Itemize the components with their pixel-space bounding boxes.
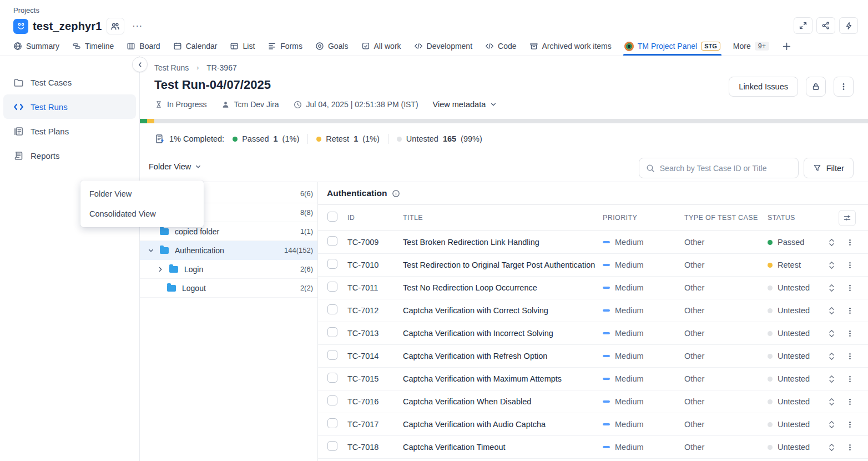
tab-calendar[interactable]: Calendar [173,37,218,56]
project-more-button[interactable]: ··· [129,18,147,34]
test-case-row[interactable]: TC-7017 Captcha Verification with Audio … [318,413,868,436]
sidebar-collapse-button[interactable] [132,57,148,72]
test-case-row[interactable]: TC-7016 Captcha Verification When Disabl… [318,390,868,413]
tab-forms[interactable]: Forms [268,37,302,56]
status-stepper[interactable] [826,307,837,315]
status-stepper[interactable] [826,261,837,269]
run-header-actions: Linked Issues [729,77,854,97]
tab-board[interactable]: Board [127,37,160,56]
test-case-row[interactable]: TC-7014 Captcha Verification with Refres… [318,345,868,368]
test-case-row[interactable]: TC-7013 Captcha Verification with Incorr… [318,322,868,345]
folder-tree-row-authentication[interactable]: Authentication 144(152) [140,241,317,260]
row-menu-button[interactable] [844,261,856,269]
expand-icon[interactable] [794,17,813,34]
folder-tree-row-login[interactable]: Login 2(6) [140,260,317,279]
row-checkbox[interactable] [327,282,337,292]
tab-summary[interactable]: Summary [13,37,59,56]
status-stepper[interactable] [826,352,837,360]
test-case-title[interactable]: Captcha Verification with Refresh Option [403,352,603,360]
row-checkbox[interactable] [327,441,337,451]
breadcrumb-test-runs[interactable]: Test Runs [154,63,189,72]
row-checkbox[interactable] [327,395,337,405]
test-case-row[interactable]: TC-7015 Captcha Verification with Maximu… [318,368,868,390]
sidebar-item-test-runs[interactable]: Test Runs [3,94,136,119]
linked-issues-button[interactable]: Linked Issues [729,77,798,97]
test-case-title[interactable]: Captcha Verification Timeout [403,443,603,452]
view-selector-dropdown[interactable]: Folder View [149,162,201,171]
row-checkbox[interactable] [327,304,337,314]
tab-timeline[interactable]: Timeline [72,37,114,56]
info-icon[interactable] [392,189,400,198]
row-checkbox[interactable] [327,350,337,360]
row-menu-button[interactable] [844,398,856,406]
row-menu-button[interactable] [844,420,856,429]
tab-all-work[interactable]: All work [361,37,401,56]
share-icon[interactable] [816,17,835,34]
test-case-row[interactable]: TC-7012 Captcha Verification with Correc… [318,299,868,322]
row-checkbox[interactable] [327,259,337,269]
sidebar-item-test-cases[interactable]: Test Cases [3,70,136,94]
test-case-row[interactable]: TC-7010 Test Redirection to Original Tar… [318,254,868,277]
sidebar-item-label: Test Cases [31,78,72,87]
lock-icon[interactable] [806,77,826,97]
search-input[interactable] [660,164,791,173]
menu-item-consolidated-view[interactable]: Consolidated View [80,204,204,224]
retest-dot-icon [316,137,321,142]
chevron-right-icon[interactable] [156,266,165,273]
tab-code[interactable]: Code [485,37,516,56]
tab-development[interactable]: Development [414,37,473,56]
view-metadata-button[interactable]: View metadata [433,100,497,109]
tab-tm-project-panel[interactable]: TM Project Panel STG [624,37,720,56]
project-members-button[interactable] [107,18,124,34]
automation-bolt-icon[interactable] [839,17,858,34]
row-menu-button[interactable] [844,375,856,383]
tab-archived-work-items[interactable]: Archived work items [529,37,612,56]
row-menu-button[interactable] [844,329,856,338]
chevron-down-icon[interactable] [147,247,155,254]
test-case-title[interactable]: Test Redirection to Original Target Post… [403,260,603,269]
tab-more[interactable]: More 9+ [733,37,769,56]
row-checkbox[interactable] [327,373,337,383]
status-stepper[interactable] [826,329,837,338]
row-menu-button[interactable] [844,307,856,315]
sidebar-item-reports[interactable]: Reports [3,143,136,168]
sidebar-item-test-plans[interactable]: Test Plans [3,119,136,143]
test-case-title[interactable]: Test Broken Redirection Link Handling [403,238,603,247]
test-case-title[interactable]: Captcha Verification with Audio Captcha [403,420,603,429]
test-case-title[interactable]: Captcha Verification When Disabled [403,397,603,406]
row-checkbox[interactable] [327,236,337,246]
test-case-row[interactable]: TC-7009 Test Broken Redirection Link Han… [318,231,868,254]
row-menu-button[interactable] [844,443,856,452]
test-case-row[interactable]: TC-7018 Captcha Verification Timeout Med… [318,436,868,459]
status-stepper[interactable] [826,284,837,292]
row-menu-button[interactable] [844,284,856,292]
menu-item-folder-view[interactable]: Folder View [80,184,204,204]
test-case-title[interactable]: Captcha Verification with Maximum Attemp… [403,374,603,383]
run-more-menu-button[interactable] [834,77,854,97]
status-stepper[interactable] [826,375,837,383]
tab-goals[interactable]: Goals [315,37,349,56]
type-of-test-case-label: Other [684,352,768,360]
column-settings-icon[interactable] [839,210,856,226]
test-case-row[interactable]: TC-7011 Test No Redirection Loop Occurre… [318,277,868,299]
status-dot-icon [768,285,773,290]
status-stepper[interactable] [826,443,837,452]
select-all-checkbox[interactable] [327,212,337,222]
folder-tree-row-logout[interactable]: Logout 2(2) [140,279,317,298]
test-case-title[interactable]: Captcha Verification with Incorrect Solv… [403,329,603,338]
row-checkbox[interactable] [327,327,337,337]
status-stepper[interactable] [826,420,837,429]
tab-list[interactable]: List [230,37,255,56]
tm-project-panel-logo-icon [624,42,634,51]
folder-name: Logout [182,284,206,293]
add-tab-button[interactable] [782,37,791,56]
row-checkbox[interactable] [327,418,337,428]
breadcrumb-projects[interactable]: Projects [13,6,39,14]
row-menu-button[interactable] [844,238,856,247]
status-stepper[interactable] [826,398,837,406]
filter-button[interactable]: Filter [804,158,854,178]
status-stepper[interactable] [826,238,837,247]
row-menu-button[interactable] [844,352,856,360]
test-case-title[interactable]: Test No Redirection Loop Occurrence [403,283,603,292]
test-case-title[interactable]: Captcha Verification with Correct Solvin… [403,306,603,315]
